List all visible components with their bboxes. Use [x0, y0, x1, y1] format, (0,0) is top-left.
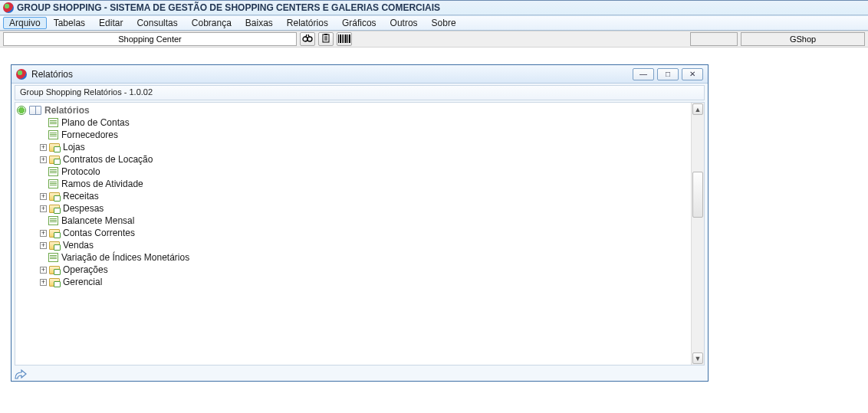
menubar: ArquivoTabelasEditarConsultasCobrançaBai…	[0, 15, 868, 31]
child-window-icon	[16, 69, 27, 80]
tree-item-label: Balancete Mensal	[61, 215, 134, 227]
app-title-text: GROUP SHOPPING - SISTEMA DE GESTÃO DE SH…	[17, 2, 440, 13]
svg-rect-3	[324, 34, 327, 35]
resize-grip[interactable]	[15, 369, 27, 379]
menu-item-sobre[interactable]: Sobre	[425, 17, 463, 29]
tree-item-label: Fornecedores	[61, 129, 118, 141]
toolbar-right-field-2[interactable]: GShop	[741, 32, 865, 46]
reports-tree[interactable]: RelatóriosPlano de ContasFornecedores+Lo…	[15, 103, 704, 290]
tree-row[interactable]: +Despesas	[17, 202, 704, 215]
tree-row[interactable]: +Vendas	[17, 239, 704, 251]
tree-item-label: Ramos de Atividade	[61, 178, 143, 190]
child-window-maximize-button[interactable]: □	[657, 68, 679, 80]
child-window-subtitle: Group Shopping Relatórios - 1.0.02	[15, 85, 705, 100]
tree-row[interactable]: Plano de Contas	[17, 116, 704, 129]
folder-report-icon	[49, 278, 60, 287]
tree-item-label: Protocolo	[61, 166, 100, 178]
tree-expander[interactable]: +	[40, 156, 47, 163]
app-titlebar: GROUP SHOPPING - SISTEMA DE GESTÃO DE SH…	[0, 0, 868, 15]
folder-report-icon	[49, 143, 60, 152]
close-icon: ✕	[689, 70, 695, 78]
menu-item-arquivo[interactable]: Arquivo	[3, 17, 47, 29]
tree-row[interactable]: +Contratos de Locação	[17, 153, 704, 166]
scrollbar-thumb[interactable]	[692, 172, 703, 218]
clipboard-icon	[321, 34, 330, 44]
menu-item-relatórios[interactable]: Relatórios	[280, 17, 335, 29]
folder-report-icon	[49, 241, 60, 250]
app-icon	[3, 2, 14, 13]
tree-root-row[interactable]: Relatórios	[17, 104, 704, 116]
tree-row[interactable]: +Receitas	[17, 190, 704, 202]
folder-report-icon	[49, 156, 60, 164]
book-icon	[29, 106, 41, 115]
menu-item-cobrança[interactable]: Cobrança	[185, 17, 238, 29]
maximize-icon: □	[666, 70, 670, 78]
minimize-icon: —	[639, 70, 647, 78]
toolbar-binoculars-button[interactable]	[300, 32, 315, 46]
tree-item-label: Lojas	[63, 141, 85, 153]
menu-item-editar[interactable]: Editar	[92, 17, 130, 29]
tree-item-label: Vendas	[63, 239, 94, 251]
folder-report-icon	[49, 192, 60, 201]
tree-expander[interactable]: +	[40, 242, 47, 249]
scrollbar-up-button[interactable]: ▲	[692, 103, 703, 115]
report-icon	[48, 167, 58, 176]
svg-point-0	[303, 37, 307, 41]
refresh-icon[interactable]	[17, 106, 26, 115]
tree-item-label: Operações	[63, 264, 108, 276]
menu-item-tabelas[interactable]: Tabelas	[47, 17, 92, 29]
menu-item-gráficos[interactable]: Gráficos	[335, 17, 383, 29]
menu-item-consultas[interactable]: Consultas	[130, 17, 184, 29]
tree-row[interactable]: +Lojas	[17, 141, 704, 153]
toolbar-clipboard-button[interactable]	[318, 32, 334, 46]
child-window-close-button[interactable]: ✕	[682, 68, 703, 80]
tree-row[interactable]: +Gerencial	[17, 276, 704, 288]
barcode-icon	[338, 34, 351, 44]
report-icon	[48, 253, 58, 262]
svg-point-1	[307, 37, 312, 41]
tree-expander[interactable]: +	[40, 144, 47, 151]
tree-item-label: Despesas	[63, 202, 104, 215]
report-icon	[48, 130, 58, 139]
menu-item-outros[interactable]: Outros	[383, 17, 425, 29]
tree-row[interactable]: Fornecedores	[17, 129, 704, 141]
toolbar-barcode-button[interactable]	[337, 32, 352, 46]
tree-item-label: Contas Correntes	[63, 227, 135, 239]
tree-item-label: Plano de Contas	[61, 116, 130, 129]
toolbar-right-field-1[interactable]	[690, 32, 738, 46]
tree-expander[interactable]: +	[40, 230, 47, 237]
toolbar: Shopping Center GShop	[0, 31, 868, 48]
tree-row[interactable]: Balancete Mensal	[17, 215, 704, 227]
tree-expander[interactable]: +	[40, 267, 47, 274]
scrollbar-down-button[interactable]: ▼	[692, 352, 703, 364]
child-window-titlebar[interactable]: Relatórios — □ ✕	[12, 65, 708, 84]
report-icon	[48, 179, 58, 188]
vertical-scrollbar[interactable]: ▲ ▼	[691, 103, 704, 365]
folder-report-icon	[49, 229, 60, 238]
tree-row[interactable]: Ramos de Atividade	[17, 178, 704, 190]
mdi-client: Relatórios — □ ✕ Group Shopping Relatóri…	[0, 48, 868, 413]
report-icon	[48, 118, 58, 127]
tree-row[interactable]: +Contas Correntes	[17, 227, 704, 239]
folder-report-icon	[49, 266, 60, 274]
tree-expander[interactable]: +	[40, 205, 47, 212]
tree-expander[interactable]: +	[40, 193, 47, 200]
report-icon	[48, 216, 58, 225]
binoculars-icon	[302, 34, 313, 44]
tree-root-label: Relatórios	[44, 104, 90, 116]
tree-item-label: Gerencial	[63, 276, 102, 288]
tree-panel: RelatóriosPlano de ContasFornecedores+Lo…	[15, 102, 705, 365]
folder-report-icon	[49, 205, 60, 213]
tree-row[interactable]: +Operações	[17, 264, 704, 276]
child-window-title-text: Relatórios	[31, 69, 73, 80]
shopping-center-field[interactable]: Shopping Center	[3, 32, 297, 46]
tree-expander[interactable]: +	[40, 279, 47, 286]
menu-item-baixas[interactable]: Baixas	[238, 17, 280, 29]
tree-item-label: Receitas	[63, 190, 99, 202]
tree-row[interactable]: Protocolo	[17, 166, 704, 178]
child-window-relatorios: Relatórios — □ ✕ Group Shopping Relatóri…	[11, 64, 709, 382]
tree-item-label: Variação de Índices Monetários	[61, 251, 189, 264]
tree-item-label: Contratos de Locação	[63, 153, 153, 166]
child-window-minimize-button[interactable]: —	[633, 68, 654, 80]
tree-row[interactable]: Variação de Índices Monetários	[17, 251, 704, 264]
